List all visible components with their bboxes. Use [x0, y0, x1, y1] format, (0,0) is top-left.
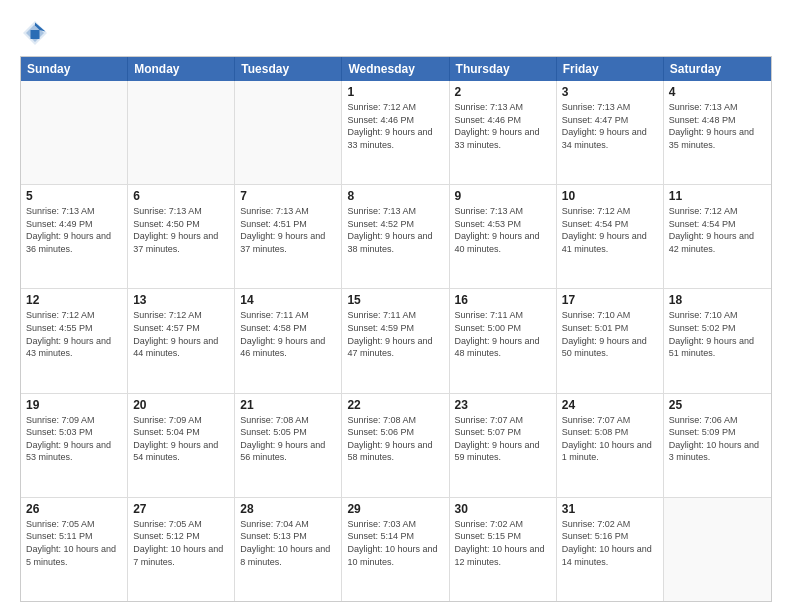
cell-detail: Sunrise: 7:12 AM Sunset: 4:55 PM Dayligh…: [26, 309, 122, 359]
cell-detail: Sunrise: 7:11 AM Sunset: 4:59 PM Dayligh…: [347, 309, 443, 359]
weekday-header: Friday: [557, 57, 664, 81]
calendar-cell: 27Sunrise: 7:05 AM Sunset: 5:12 PM Dayli…: [128, 498, 235, 601]
cell-detail: Sunrise: 7:12 AM Sunset: 4:57 PM Dayligh…: [133, 309, 229, 359]
calendar-cell: 8Sunrise: 7:13 AM Sunset: 4:52 PM Daylig…: [342, 185, 449, 288]
cell-detail: Sunrise: 7:10 AM Sunset: 5:01 PM Dayligh…: [562, 309, 658, 359]
day-number: 9: [455, 189, 551, 203]
weekday-header: Wednesday: [342, 57, 449, 81]
cell-detail: Sunrise: 7:13 AM Sunset: 4:47 PM Dayligh…: [562, 101, 658, 151]
cell-detail: Sunrise: 7:03 AM Sunset: 5:14 PM Dayligh…: [347, 518, 443, 568]
calendar-cell: 24Sunrise: 7:07 AM Sunset: 5:08 PM Dayli…: [557, 394, 664, 497]
calendar-cell: 6Sunrise: 7:13 AM Sunset: 4:50 PM Daylig…: [128, 185, 235, 288]
cell-detail: Sunrise: 7:12 AM Sunset: 4:54 PM Dayligh…: [669, 205, 766, 255]
calendar-cell: 25Sunrise: 7:06 AM Sunset: 5:09 PM Dayli…: [664, 394, 771, 497]
cell-detail: Sunrise: 7:08 AM Sunset: 5:06 PM Dayligh…: [347, 414, 443, 464]
calendar-cell: [21, 81, 128, 184]
calendar-cell: [235, 81, 342, 184]
day-number: 30: [455, 502, 551, 516]
page-header: [20, 18, 772, 48]
cell-detail: Sunrise: 7:09 AM Sunset: 5:03 PM Dayligh…: [26, 414, 122, 464]
cell-detail: Sunrise: 7:13 AM Sunset: 4:53 PM Dayligh…: [455, 205, 551, 255]
calendar-cell: 2Sunrise: 7:13 AM Sunset: 4:46 PM Daylig…: [450, 81, 557, 184]
day-number: 4: [669, 85, 766, 99]
calendar-header: SundayMondayTuesdayWednesdayThursdayFrid…: [21, 57, 771, 81]
calendar-cell: [664, 498, 771, 601]
calendar-cell: 4Sunrise: 7:13 AM Sunset: 4:48 PM Daylig…: [664, 81, 771, 184]
day-number: 1: [347, 85, 443, 99]
day-number: 31: [562, 502, 658, 516]
day-number: 29: [347, 502, 443, 516]
calendar-cell: 20Sunrise: 7:09 AM Sunset: 5:04 PM Dayli…: [128, 394, 235, 497]
day-number: 19: [26, 398, 122, 412]
calendar-cell: 26Sunrise: 7:05 AM Sunset: 5:11 PM Dayli…: [21, 498, 128, 601]
calendar-cell: 19Sunrise: 7:09 AM Sunset: 5:03 PM Dayli…: [21, 394, 128, 497]
svg-marker-2: [31, 30, 40, 39]
logo-icon: [20, 18, 50, 48]
calendar-cell: 17Sunrise: 7:10 AM Sunset: 5:01 PM Dayli…: [557, 289, 664, 392]
calendar-cell: 9Sunrise: 7:13 AM Sunset: 4:53 PM Daylig…: [450, 185, 557, 288]
day-number: 13: [133, 293, 229, 307]
weekday-header: Saturday: [664, 57, 771, 81]
cell-detail: Sunrise: 7:13 AM Sunset: 4:46 PM Dayligh…: [455, 101, 551, 151]
calendar-cell: 28Sunrise: 7:04 AM Sunset: 5:13 PM Dayli…: [235, 498, 342, 601]
calendar-week: 26Sunrise: 7:05 AM Sunset: 5:11 PM Dayli…: [21, 498, 771, 601]
cell-detail: Sunrise: 7:13 AM Sunset: 4:50 PM Dayligh…: [133, 205, 229, 255]
calendar-cell: 14Sunrise: 7:11 AM Sunset: 4:58 PM Dayli…: [235, 289, 342, 392]
cell-detail: Sunrise: 7:13 AM Sunset: 4:49 PM Dayligh…: [26, 205, 122, 255]
calendar-cell: 31Sunrise: 7:02 AM Sunset: 5:16 PM Dayli…: [557, 498, 664, 601]
calendar-cell: 22Sunrise: 7:08 AM Sunset: 5:06 PM Dayli…: [342, 394, 449, 497]
cell-detail: Sunrise: 7:10 AM Sunset: 5:02 PM Dayligh…: [669, 309, 766, 359]
calendar-cell: 29Sunrise: 7:03 AM Sunset: 5:14 PM Dayli…: [342, 498, 449, 601]
day-number: 28: [240, 502, 336, 516]
cell-detail: Sunrise: 7:07 AM Sunset: 5:07 PM Dayligh…: [455, 414, 551, 464]
calendar-cell: [128, 81, 235, 184]
cell-detail: Sunrise: 7:04 AM Sunset: 5:13 PM Dayligh…: [240, 518, 336, 568]
day-number: 2: [455, 85, 551, 99]
calendar-cell: 23Sunrise: 7:07 AM Sunset: 5:07 PM Dayli…: [450, 394, 557, 497]
weekday-header: Thursday: [450, 57, 557, 81]
calendar-week: 5Sunrise: 7:13 AM Sunset: 4:49 PM Daylig…: [21, 185, 771, 289]
calendar-cell: 16Sunrise: 7:11 AM Sunset: 5:00 PM Dayli…: [450, 289, 557, 392]
cell-detail: Sunrise: 7:11 AM Sunset: 5:00 PM Dayligh…: [455, 309, 551, 359]
day-number: 20: [133, 398, 229, 412]
calendar-cell: 15Sunrise: 7:11 AM Sunset: 4:59 PM Dayli…: [342, 289, 449, 392]
day-number: 14: [240, 293, 336, 307]
day-number: 16: [455, 293, 551, 307]
calendar-cell: 11Sunrise: 7:12 AM Sunset: 4:54 PM Dayli…: [664, 185, 771, 288]
day-number: 17: [562, 293, 658, 307]
calendar-cell: 13Sunrise: 7:12 AM Sunset: 4:57 PM Dayli…: [128, 289, 235, 392]
calendar-cell: 5Sunrise: 7:13 AM Sunset: 4:49 PM Daylig…: [21, 185, 128, 288]
day-number: 12: [26, 293, 122, 307]
weekday-header: Tuesday: [235, 57, 342, 81]
day-number: 27: [133, 502, 229, 516]
day-number: 6: [133, 189, 229, 203]
calendar: SundayMondayTuesdayWednesdayThursdayFrid…: [20, 56, 772, 602]
day-number: 15: [347, 293, 443, 307]
day-number: 23: [455, 398, 551, 412]
day-number: 22: [347, 398, 443, 412]
calendar-cell: 12Sunrise: 7:12 AM Sunset: 4:55 PM Dayli…: [21, 289, 128, 392]
cell-detail: Sunrise: 7:07 AM Sunset: 5:08 PM Dayligh…: [562, 414, 658, 464]
cell-detail: Sunrise: 7:05 AM Sunset: 5:12 PM Dayligh…: [133, 518, 229, 568]
cell-detail: Sunrise: 7:06 AM Sunset: 5:09 PM Dayligh…: [669, 414, 766, 464]
cell-detail: Sunrise: 7:02 AM Sunset: 5:15 PM Dayligh…: [455, 518, 551, 568]
cell-detail: Sunrise: 7:08 AM Sunset: 5:05 PM Dayligh…: [240, 414, 336, 464]
calendar-week: 12Sunrise: 7:12 AM Sunset: 4:55 PM Dayli…: [21, 289, 771, 393]
day-number: 7: [240, 189, 336, 203]
day-number: 25: [669, 398, 766, 412]
day-number: 21: [240, 398, 336, 412]
cell-detail: Sunrise: 7:05 AM Sunset: 5:11 PM Dayligh…: [26, 518, 122, 568]
day-number: 8: [347, 189, 443, 203]
day-number: 24: [562, 398, 658, 412]
day-number: 10: [562, 189, 658, 203]
weekday-header: Sunday: [21, 57, 128, 81]
cell-detail: Sunrise: 7:13 AM Sunset: 4:52 PM Dayligh…: [347, 205, 443, 255]
cell-detail: Sunrise: 7:13 AM Sunset: 4:48 PM Dayligh…: [669, 101, 766, 151]
weekday-header: Monday: [128, 57, 235, 81]
calendar-body: 1Sunrise: 7:12 AM Sunset: 4:46 PM Daylig…: [21, 81, 771, 601]
day-number: 11: [669, 189, 766, 203]
cell-detail: Sunrise: 7:09 AM Sunset: 5:04 PM Dayligh…: [133, 414, 229, 464]
calendar-cell: 21Sunrise: 7:08 AM Sunset: 5:05 PM Dayli…: [235, 394, 342, 497]
calendar-cell: 18Sunrise: 7:10 AM Sunset: 5:02 PM Dayli…: [664, 289, 771, 392]
calendar-cell: 3Sunrise: 7:13 AM Sunset: 4:47 PM Daylig…: [557, 81, 664, 184]
